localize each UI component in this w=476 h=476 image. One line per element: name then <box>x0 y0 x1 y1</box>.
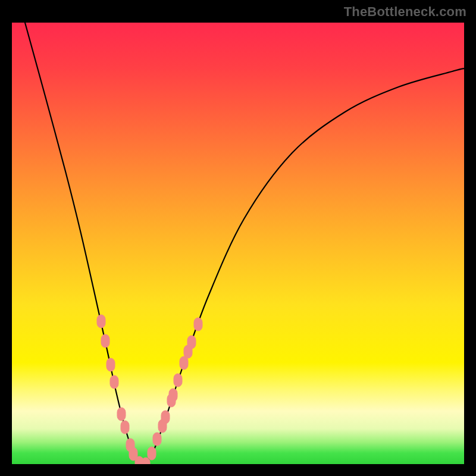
data-marker <box>153 433 161 446</box>
data-marker <box>97 315 105 328</box>
chart-svg <box>12 23 464 464</box>
data-marker <box>117 408 126 421</box>
data-marker <box>107 358 115 371</box>
marker-layer <box>97 315 202 464</box>
data-marker <box>121 421 129 434</box>
curve-left-arm <box>25 23 140 464</box>
data-marker <box>148 447 156 460</box>
chart-frame: TheBottleneck.com <box>0 0 476 476</box>
data-marker <box>187 336 196 349</box>
data-marker <box>110 375 118 389</box>
data-marker <box>174 374 182 387</box>
watermark-text: TheBottleneck.com <box>344 4 466 20</box>
data-marker <box>161 411 170 424</box>
data-marker <box>101 334 109 347</box>
data-marker <box>169 389 177 402</box>
data-marker <box>194 318 202 331</box>
plot-area <box>12 23 464 464</box>
curve-right-arm <box>146 68 464 464</box>
data-marker <box>180 356 188 369</box>
